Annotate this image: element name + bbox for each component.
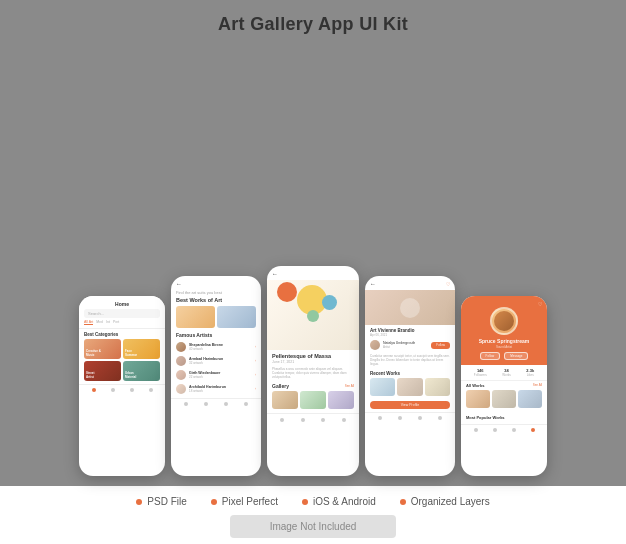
p1-nav-search[interactable] [111,388,115,392]
p3-gallery-item-2[interactable] [300,391,326,409]
p5-followers-label: Followers [474,373,487,377]
p5-all-works-title: All Works [466,383,484,388]
p1-best-categories-title: Best Categories [79,329,165,339]
p4-nav-search[interactable] [398,416,402,420]
p5-see-all-btn[interactable]: See All [533,383,542,388]
p2-header: ← [171,276,261,290]
p4-follow-role: Artist [383,345,428,349]
p2-nav-profile[interactable] [244,402,248,406]
p2-artist-avatar-4 [176,384,186,394]
p3-back-icon[interactable]: ← [272,271,278,277]
p4-follow-button[interactable]: Follow [431,342,450,349]
search-placeholder: Search... [88,311,104,316]
page-title: Art Gallery App UI Kit [0,14,626,35]
p4-recent-works-row [370,378,450,396]
p5-stat-likes: 2.3k Likes [526,368,534,377]
p2-see-all-4[interactable]: › [255,387,256,391]
p2-art-item-1[interactable] [176,306,215,328]
p2-artist-row-2[interactable]: Armbad Harimburun 32 artwork › [171,354,261,368]
feature-dot-ios [302,499,308,505]
p1-search[interactable]: Search... [84,309,160,318]
p1-tab-modernism[interactable]: Mod [96,320,103,325]
p2-nav-heart[interactable] [224,402,228,406]
p5-artist-role: Sound Artist [496,345,512,349]
p4-nav-heart[interactable] [418,416,422,420]
feature-pixel: Pixel Perfect [211,496,278,507]
p5-popular-works-title: Most Popular Works [466,415,505,420]
p5-popular-works-header: Most Popular Works [466,415,542,420]
p1-nav-heart[interactable] [130,388,134,392]
p3-gallery-item-1[interactable] [272,391,298,409]
p4-recent-work-1[interactable] [370,378,395,396]
p3-see-all[interactable]: See All [345,384,354,388]
p2-art-item-2[interactable] [217,306,256,328]
p2-artist-info-2: Armbad Harimburun 32 artwork [189,357,252,365]
p1-nav-profile[interactable] [149,388,153,392]
p1-cat-face[interactable]: FaceSummar [123,339,160,359]
p1-cat-urban[interactable]: UrbanMaterial [123,361,160,381]
p4-description: Curabitur aenean suscipit tortor, ut sus… [365,352,455,369]
p1-tab-allart[interactable]: All Art [84,320,93,325]
p5-message-button[interactable]: Message [504,352,528,360]
p3-art-title: Pellentesque of Massa [267,350,359,360]
p4-nav-profile[interactable] [438,416,442,420]
p1-tab-interior[interactable]: Int [106,320,110,325]
p2-artist-count-4: 18 artwork [189,389,252,393]
p2-find-text: Find the art suits you best [171,290,261,297]
p4-follow-section: Natalya Undergrouth Artist Follow [365,338,455,352]
p4-follow-info: Natalya Undergrouth Artist [383,341,428,349]
p4-recent-work-2[interactable] [397,378,422,396]
p4-top-shape [400,298,420,318]
p5-nav-profile[interactable] [531,428,535,432]
feature-label-ios: iOS & Android [313,496,376,507]
phone-artwork-detail: ← Pellentesque of Massa June 17, 2021 Ph… [267,266,359,476]
p5-heart-icon[interactable]: ♡ [538,301,542,307]
p2-see-all-1[interactable]: › [255,345,256,349]
p5-follow-button[interactable]: Follow [480,352,501,360]
p1-cat-face-label: FaceSummar [125,349,137,357]
p2-artist-count-3: 22 artwork [189,375,252,379]
p5-work-item-2[interactable] [492,390,516,408]
p1-cat-street[interactable]: StreetArtist [84,361,121,381]
p4-back-icon[interactable]: ← [370,281,376,287]
p4-view-profile-button[interactable]: View Profile [370,401,450,409]
p3-nav-heart[interactable] [321,418,325,422]
p1-nav-home[interactable] [92,388,96,392]
p4-heart-icon[interactable]: ♡ [446,281,450,287]
p2-back-icon[interactable]: ← [176,281,182,287]
p2-artist-row-4[interactable]: Archibald Harimburun 18 artwork › [171,382,261,396]
p5-avatar-inner [494,311,514,331]
p3-header: ← [267,266,359,280]
p1-cat-creative[interactable]: Creative &Music [84,339,121,359]
p2-artist-row-1[interactable]: Shepardelisa Birone 40 artwork › [171,340,261,354]
p4-recent-work-3[interactable] [425,378,450,396]
p5-nav-home[interactable] [474,428,478,432]
p4-artist-name-section: Art Vivienne Brandio Apr 06, 2021 [365,325,455,338]
p3-nav-home[interactable] [280,418,284,422]
phone-artist-profile: ← ♡ Art Vivienne Brandio Apr 06, 2021 Na… [365,276,455,476]
p4-nav-home[interactable] [378,416,382,420]
features-row: PSD File Pixel Perfect iOS & Android Org… [136,496,489,507]
p2-artist-info-4: Archibald Harimburun 18 artwork [189,385,252,393]
p3-flower-circle-2 [277,282,297,302]
p3-nav-search[interactable] [301,418,305,422]
p2-see-all-3[interactable]: › [255,373,256,377]
image-not-included-label: Image Not Included [230,515,397,538]
p3-gallery-item-3[interactable] [328,391,354,409]
p5-work-item-1[interactable] [466,390,490,408]
p1-tab-portrait[interactable]: Port [113,320,119,325]
p5-nav-search[interactable] [493,428,497,432]
p1-bottom-nav [79,384,165,395]
p2-artist-row-3[interactable]: Girth Wiedenbauer 22 artwork › [171,368,261,382]
p5-likes-label: Likes [526,373,534,377]
p2-nav-search[interactable] [204,402,208,406]
p2-see-all-2[interactable]: › [255,359,256,363]
p5-work-item-3[interactable] [518,390,542,408]
p5-nav-heart[interactable] [512,428,516,432]
p2-bottom-nav [171,398,261,409]
p3-nav-profile[interactable] [342,418,346,422]
feature-psd: PSD File [136,496,186,507]
p2-nav-home[interactable] [184,402,188,406]
p3-flower-circle-3 [322,295,337,310]
p3-description: Phasellus a arcu commodo ante aliquam ve… [267,367,359,383]
